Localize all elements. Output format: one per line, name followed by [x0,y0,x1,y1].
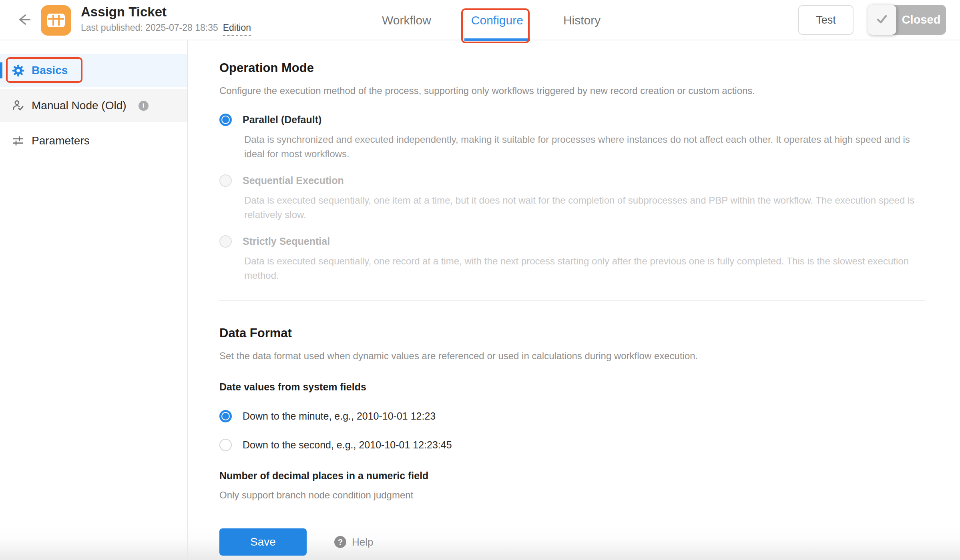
back-arrow-icon [16,12,32,29]
date-values-group-label: Date values from system fields [219,380,925,393]
radio-second[interactable] [219,439,232,451]
sidebar-item-basics[interactable]: Basics [0,54,187,87]
help-label: Help [352,536,373,548]
radio-option-minute[interactable]: Down to the minute, e.g., 2010-10-01 12:… [219,409,925,423]
save-button[interactable]: Save [219,528,307,556]
radio-strictly-sequential-label: Strictly Sequential [243,234,330,248]
active-tab-underline [464,38,530,41]
operation-mode-description: Configure the execution method of the pr… [219,84,925,98]
edition-link[interactable]: Edition [223,22,251,36]
tab-configure[interactable]: Configure [471,0,523,40]
data-format-title: Data Format [219,326,925,340]
sliders-icon [11,135,25,147]
action-row: Save ? Help [219,528,925,556]
radio-parallel-description: Data is synchronized and executed indepe… [244,132,925,161]
radio-minute-label: Down to the minute, e.g., 2010-10-01 12:… [243,409,436,423]
sidebar-item-parameters[interactable]: Parameters [0,124,187,157]
decimal-places-note: Only support branch node condition judgm… [219,488,925,502]
radio-strictly-sequential-description: Data is executed sequentially, one recor… [244,254,925,283]
decimal-places-group-label: Number of decimal places in a numeric fi… [219,469,925,482]
sidebar-item-manual-node[interactable]: Manual Node (Old) i [0,89,187,122]
test-button-label: Test [816,14,836,26]
main-tabs: Workflow Configure History [382,0,601,40]
person-check-icon [11,99,25,112]
radio-option-sequential[interactable]: Sequential Execution [219,173,925,188]
sidebar-item-parameters-label: Parameters [32,134,90,147]
radio-strictly-sequential[interactable] [219,235,232,248]
tab-workflow[interactable]: Workflow [382,0,431,40]
info-icon[interactable]: i [139,101,149,111]
status-toggle[interactable]: Closed [868,5,946,35]
status-toggle-knob[interactable] [868,5,896,35]
section-divider [219,300,925,301]
gear-icon [11,64,25,77]
configure-panel: Operation Mode Configure the execution m… [189,40,960,560]
sidebar-item-basics-label: Basics [32,64,68,77]
radio-minute[interactable] [219,410,232,422]
header: Assign Ticket Last published: 2025-07-28… [0,0,960,40]
radio-parallel-label: Parallel (Default) [243,112,321,127]
sidebar-item-manual-node-label: Manual Node (Old) [32,99,127,112]
data-format-description: Set the data format used when dynamic va… [219,349,925,363]
radio-parallel[interactable] [219,114,232,126]
radio-sequential[interactable] [219,174,232,187]
tab-history[interactable]: History [563,0,601,40]
title-block: Assign Ticket Last published: 2025-07-28… [81,4,251,36]
operation-mode-title: Operation Mode [219,61,925,75]
app-logo-icon [41,5,71,36]
last-published-text: Last published: 2025-07-28 18:35 [81,22,218,33]
radio-option-strictly-sequential[interactable]: Strictly Sequential [219,234,925,248]
tab-history-label: History [563,14,601,27]
tab-configure-label: Configure [471,14,523,27]
radio-sequential-description: Data is executed sequentially, one item … [244,193,925,222]
tab-workflow-label: Workflow [382,14,431,27]
workflow-config-screen: Assign Ticket Last published: 2025-07-28… [0,0,960,560]
status-badge: Closed [896,13,946,26]
radio-option-parallel[interactable]: Parallel (Default) [219,112,925,127]
page-title: Assign Ticket [81,4,251,20]
active-accent-bar [0,62,2,78]
sidebar: Basics Manual Node (Old) i [0,40,188,560]
publish-info: Last published: 2025-07-28 18:35 Edition [81,22,251,36]
test-button[interactable]: Test [798,5,854,35]
radio-option-second[interactable]: Down to the second, e.g., 2010-10-01 12:… [219,438,925,452]
radio-second-label: Down to the second, e.g., 2010-10-01 12:… [243,438,452,452]
check-icon [874,12,890,28]
help-icon: ? [334,536,346,548]
radio-sequential-label: Sequential Execution [243,173,344,188]
back-button[interactable] [16,12,32,28]
help-link[interactable]: ? Help [334,536,373,548]
